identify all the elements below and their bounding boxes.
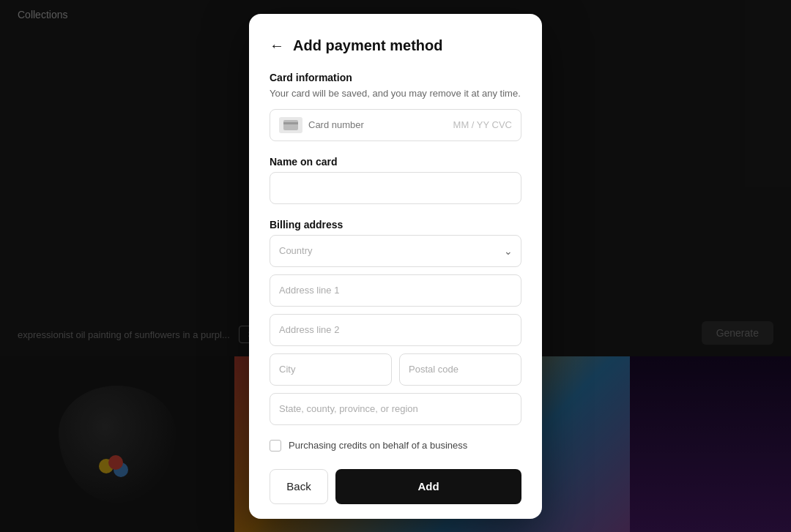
modal-back-arrow-button[interactable]: ← — [270, 37, 284, 54]
billing-address-title: Billing address — [270, 219, 521, 231]
card-brand-icon — [279, 117, 302, 133]
name-on-card-title: Name on card — [270, 156, 521, 168]
name-on-card-input[interactable] — [270, 172, 521, 204]
billing-address-section: Billing address Country United States Un… — [270, 219, 521, 425]
modal-title: Add payment method — [293, 37, 442, 54]
card-number-input[interactable] — [308, 119, 448, 130]
country-select-wrapper: Country United States United Kingdom Can… — [270, 235, 521, 267]
business-checkbox-row: Purchasing credits on behalf of a busine… — [270, 440, 521, 452]
button-row: Back Add — [270, 469, 521, 504]
modal-header: ← Add payment method — [270, 37, 521, 54]
expiry-cvc-label: MM / YY CVC — [453, 119, 512, 130]
svg-rect-0 — [283, 120, 298, 130]
card-info-title: Card information — [270, 72, 521, 83]
city-postal-row — [270, 353, 521, 386]
business-checkbox[interactable] — [270, 440, 281, 452]
add-payment-modal: ← Add payment method Card information Yo… — [249, 14, 542, 519]
state-row — [270, 393, 521, 425]
card-info-section: Card information Your card will be saved… — [270, 72, 521, 141]
address-line-2-row — [270, 314, 521, 346]
card-input-group: MM / YY CVC — [270, 109, 521, 141]
country-row: Country United States United Kingdom Can… — [270, 235, 521, 267]
country-select[interactable]: Country United States United Kingdom Can… — [270, 235, 521, 267]
name-on-card-section: Name on card — [270, 156, 521, 204]
add-button[interactable]: Add — [335, 469, 521, 504]
back-button[interactable]: Back — [270, 469, 328, 504]
card-info-description: Your card will be saved, and you may rem… — [270, 88, 521, 99]
address-line-2-input[interactable] — [270, 314, 521, 346]
svg-rect-1 — [283, 122, 298, 124]
address-line-1-input[interactable] — [270, 274, 521, 307]
city-input[interactable] — [270, 353, 392, 386]
state-input[interactable] — [270, 393, 521, 425]
business-checkbox-label: Purchasing credits on behalf of a busine… — [289, 440, 467, 451]
modal-overlay: ← Add payment method Card information Yo… — [0, 0, 791, 532]
address-line-1-row — [270, 274, 521, 307]
postal-code-input[interactable] — [399, 353, 521, 386]
